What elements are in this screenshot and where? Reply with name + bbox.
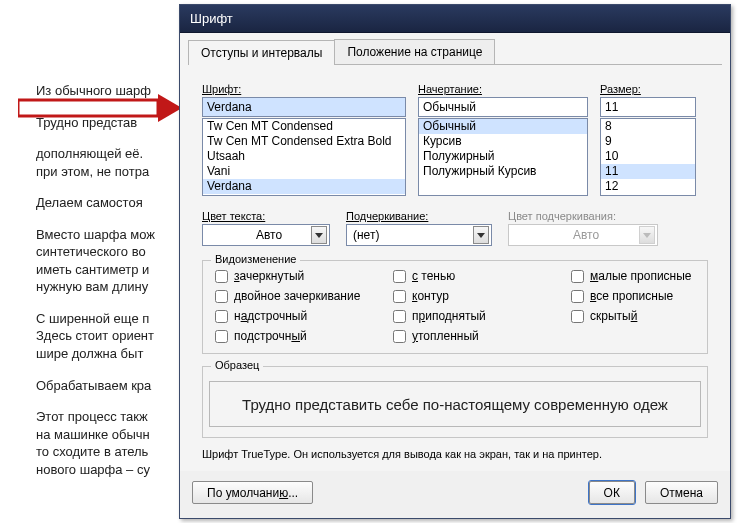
defaults-button[interactable]: По умолчанию... [192, 481, 313, 504]
check-hidden[interactable]: скрытый [571, 309, 721, 323]
dialog-titlebar[interactable]: Шрифт [180, 5, 730, 33]
tab-indents[interactable]: Отступы и интервалы [188, 40, 335, 65]
list-item[interactable]: 12 [601, 179, 695, 194]
chevron-down-icon[interactable] [473, 226, 489, 244]
list-item[interactable]: 11 [601, 164, 695, 179]
style-listbox[interactable]: Обычный Курсив Полужирный Полужирный Кур… [418, 118, 588, 196]
background-document: Из обычного шарф Трудно представ дополня… [36, 82, 196, 492]
list-item[interactable]: Tw Cen MT Condensed [203, 119, 405, 134]
check-allcaps[interactable]: все прописные [571, 289, 721, 303]
ok-button[interactable]: ОК [589, 481, 635, 504]
font-dialog: Шрифт Отступы и интервалы Положение на с… [179, 4, 731, 519]
underline-dropdown[interactable]: (нет) [346, 224, 492, 246]
tab-page-position[interactable]: Положение на странице [334, 39, 495, 64]
chevron-down-icon [639, 226, 655, 244]
sample-preview: Трудно представить себе по-настоящему со… [209, 381, 701, 427]
check-subscript[interactable]: подстрочный [215, 329, 365, 343]
size-label: Размер: [600, 83, 696, 95]
check-shadow[interactable]: с тенью [393, 269, 543, 283]
size-listbox[interactable]: 8 9 10 11 12 [600, 118, 696, 196]
check-engrave[interactable]: утопленный [393, 329, 543, 343]
text-color-dropdown[interactable]: Авто [202, 224, 330, 246]
style-label: Начертание: [418, 83, 588, 95]
list-item[interactable]: Verdana [203, 179, 405, 194]
size-input[interactable] [600, 97, 696, 117]
list-item[interactable]: Utsaah [203, 149, 405, 164]
list-item[interactable]: Курсив [419, 134, 587, 149]
underline-color-label: Цвет подчеркивания: [508, 210, 658, 222]
font-label: Шрифт: [202, 83, 406, 95]
list-item[interactable]: 9 [601, 134, 695, 149]
check-smallcaps[interactable]: малые прописные [571, 269, 721, 283]
font-input[interactable] [202, 97, 406, 117]
check-emboss[interactable]: приподнятый [393, 309, 543, 323]
font-info-text: Шрифт TrueType. Он используется для выво… [202, 448, 708, 460]
annotation-arrow [18, 94, 182, 124]
list-item[interactable]: Vani [203, 164, 405, 179]
effects-group: Видоизменение ззачеркнутыйачеркнутый дво… [202, 260, 708, 354]
tab-bar: Отступы и интервалы Положение на страниц… [188, 39, 722, 65]
svg-rect-0 [18, 100, 158, 116]
list-item[interactable]: 8 [601, 119, 695, 134]
list-item[interactable]: Tw Cen MT Condensed Extra Bold [203, 134, 405, 149]
font-listbox[interactable]: Tw Cen MT Condensed Tw Cen MT Condensed … [202, 118, 406, 196]
sample-group: Образец Трудно представить себе по-насто… [202, 366, 708, 438]
text-color-label: Цвет текста: [202, 210, 330, 222]
list-item[interactable]: Полужирный Курсив [419, 164, 587, 179]
dialog-title: Шрифт [190, 11, 233, 26]
list-item[interactable]: Обычный [419, 119, 587, 134]
check-outline[interactable]: контур [393, 289, 543, 303]
style-input[interactable] [418, 97, 588, 117]
list-item[interactable]: 10 [601, 149, 695, 164]
check-strikethrough[interactable]: ззачеркнутыйачеркнутый [215, 269, 365, 283]
list-item[interactable]: Полужирный [419, 149, 587, 164]
chevron-down-icon[interactable] [311, 226, 327, 244]
check-double-strike[interactable]: двойное зачеркивание [215, 289, 365, 303]
dialog-footer: По умолчанию... ОК Отмена [180, 471, 730, 518]
underline-label: Подчеркивание: [346, 210, 492, 222]
underline-color-dropdown: Авто [508, 224, 658, 246]
check-superscript[interactable]: надстрочный [215, 309, 365, 323]
cancel-button[interactable]: Отмена [645, 481, 718, 504]
